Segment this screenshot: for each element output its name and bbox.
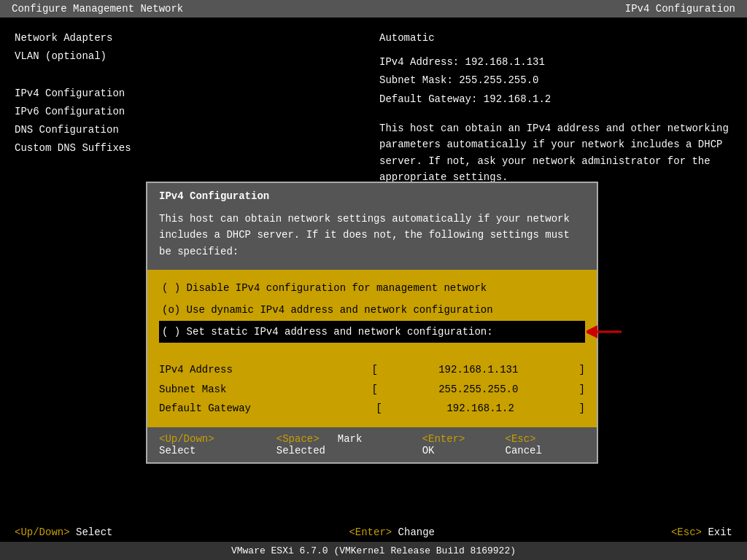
sidebar: Network Adapters VLAN (optional) IPv4 Co… [15,29,131,158]
ipv4-config-dialog: IPv4 Configuration This host can obtain … [146,182,598,464]
key-esc: <Esc> Cancel [506,433,586,456]
key-space: <Space> Mark Selected [276,433,408,456]
dialog-options: ( ) Disable IPv4 configuration for manag… [147,270,597,350]
info-mode: Automatic [379,29,729,47]
option-dynamic[interactable]: (o) Use dynamic IPv4 address and network… [159,299,585,321]
field-ipv4-address[interactable]: IPv4 Address [ 192.168.1.131 ] [159,360,585,380]
sidebar-item-ipv4[interactable]: IPv4 Configuration [15,85,131,103]
info-description: This host can obtain an IPv4 address and… [379,120,729,186]
top-bar-right: IPv4 Configuration [625,3,735,15]
info-ipv4-address: IPv4 Address: 192.168.1.131 [379,53,729,71]
info-panel: Automatic IPv4 Address: 192.168.1.131 Su… [379,29,729,185]
info-subnet-mask: Subnet Mask: 255.255.255.0 [379,71,729,90]
top-bar: Configure Management Network IPv4 Config… [0,0,747,18]
field-default-gateway[interactable]: Default Gateway [ 192.168.1.2 ] [159,399,585,419]
dialog-fields: IPv4 Address [ 192.168.1.131 ] Subnet Ma… [147,350,597,427]
dialog-description: This host can obtain network settings au… [147,206,597,270]
bottom-left: <Up/Down> Select [15,526,112,538]
sidebar-item-network-adapters[interactable]: Network Adapters [15,29,131,47]
selected-arrow-icon [587,324,623,340]
dialog-footer: <Up/Down> Select <Space> Mark Selected <… [147,427,597,462]
bottom-right: <Esc> Exit [671,526,732,538]
sidebar-item-dns[interactable]: DNS Configuration [15,121,131,139]
bottom-bar: <Up/Down> Select <Enter> Change <Esc> Ex… [0,526,747,538]
top-bar-left: Configure Management Network [12,3,183,15]
footer-text: VMware ESXi 6.7.0 (VMKernel Release Buil… [231,545,516,556]
footer: VMware ESXi 6.7.0 (VMKernel Release Buil… [0,542,747,560]
sidebar-item-vlan[interactable]: VLAN (optional) [15,47,131,66]
sidebar-item-custom-dns[interactable]: Custom DNS Suffixes [15,139,131,158]
bottom-center: <Enter> Change [349,526,435,538]
key-updown: <Up/Down> Select [159,433,262,456]
option-static[interactable]: ( ) Set static IPv4 address and network … [159,321,585,343]
info-default-gateway: Default Gateway: 192.168.1.2 [379,90,729,109]
key-enter: <Enter> OK [422,433,491,456]
dialog-title: IPv4 Configuration [147,183,597,206]
sidebar-item-ipv6[interactable]: IPv6 Configuration [15,103,131,121]
option-disable[interactable]: ( ) Disable IPv4 configuration for manag… [159,277,585,299]
field-subnet-mask[interactable]: Subnet Mask [ 255.255.255.0 ] [159,380,585,400]
